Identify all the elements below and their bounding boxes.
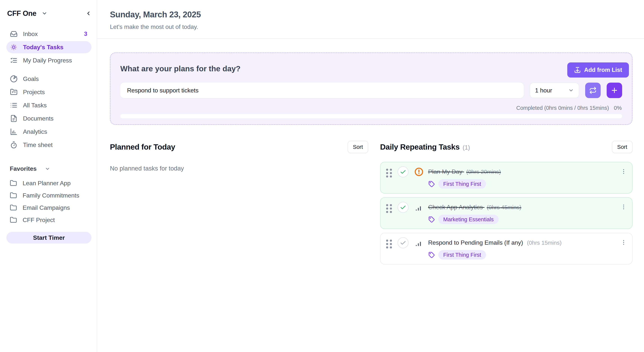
task-title: Plan My Day [428,168,462,175]
sidebar-item-todays-tasks[interactable]: Today's Tasks [6,41,92,53]
check-icon [400,169,406,175]
sidebar-item-time-sheet[interactable]: Time sheet [6,139,92,151]
plus-icon [610,86,618,94]
task-row: Respond to Pending Emails (If any) (0hrs… [380,233,632,264]
task-duration: (0hrs 20mins) [466,169,501,175]
plans-card-title: What are your plans for the day? [120,53,622,73]
folder-icon [10,216,17,224]
daily-repeating-section: Daily Repeating Tasks (1) Sort [380,141,632,264]
chevron-down-icon [568,88,574,93]
repeat-task-button[interactable] [585,83,601,98]
daily-repeating-title-text: Daily Repeating Tasks [380,143,460,151]
signal-bars-icon [414,238,424,248]
favorite-item-label: Family Commitments [22,192,79,199]
sidebar-item-label: Goals [23,76,39,83]
planned-today-section: Planned for Today Sort No planned tasks … [110,141,368,264]
daily-repeating-task-list: Plan My Day (0hrs 20mins) First Thing Fi… [380,162,632,264]
chevron-down-icon[interactable] [45,166,50,171]
favorite-item-label: Lean Planner App [22,180,70,187]
repeat-icon [589,87,597,94]
duration-select[interactable]: 1 hour [530,83,579,98]
page-header: Sunday, March 23, 2025 Let's make the mo… [97,0,644,39]
sidebar-item-inbox[interactable]: Inbox 3 [6,28,92,40]
sidebar-item-label: Analytics [23,128,47,135]
daily-repeating-count: (1) [463,144,470,151]
task-menu-icon[interactable] [620,239,627,246]
task-tag-badge: Marketing Essentials [438,215,499,224]
sidebar-item-label: My Daily Progress [23,57,72,64]
task-menu-icon[interactable] [620,204,627,210]
favorite-item-email-campaigns[interactable]: Email Campaigns [6,202,92,214]
list-checks-icon [10,56,18,64]
duration-value: 1 hour [535,87,552,94]
add-from-list-label: Add from List [584,67,622,73]
favorite-item-cff-project[interactable]: CFF Project [6,214,92,226]
task-row: Plan My Day (0hrs 20mins) First Thing Fi… [380,162,632,194]
check-icon [400,204,406,210]
sidebar-item-analytics[interactable]: Analytics [6,126,92,138]
sun-icon [10,43,18,51]
drag-handle-icon[interactable] [386,169,392,178]
favorite-item-label: CFF Project [22,217,55,224]
page-subtitle: Let's make the most out of today. [110,23,631,30]
task-checkbox[interactable] [398,237,408,248]
sidebar-item-all-tasks[interactable]: All Tasks [6,99,92,111]
sidebar-item-projects[interactable]: Projects [6,86,92,98]
bar-chart-icon [10,128,18,136]
import-list-icon [574,67,581,73]
timer-icon [10,141,18,149]
favorites-list: Lean Planner App Family Commitments Emai… [6,177,92,226]
folder-kanban-icon [10,88,18,96]
favorite-item-lean-planner-app[interactable]: Lean Planner App [6,177,92,189]
task-menu-icon[interactable] [620,168,627,175]
task-tag-badge: First Thing First [438,179,486,189]
task-duration: (0hrs 45mins) [487,204,521,210]
start-timer-button[interactable]: Start Timer [6,232,92,243]
page-title: Sunday, March 23, 2025 [110,10,631,19]
drag-handle-icon[interactable] [386,240,392,248]
inbox-icon [10,30,18,38]
add-task-button[interactable] [607,83,622,98]
chevron-down-icon[interactable] [42,11,47,16]
goal-icon [10,75,18,83]
sidebar-item-documents[interactable]: Documents [6,112,92,125]
sidebar-nav-primary: Inbox 3 Today's Tasks My Daily Progress … [6,28,92,152]
daily-plans-card: What are your plans for the day? Add fro… [110,53,632,125]
workspace-switcher[interactable]: CFF One [6,8,92,19]
daily-repeating-sort-button[interactable]: Sort [612,141,632,153]
task-duration: (0hrs 15mins) [527,240,562,246]
list-icon [10,101,18,109]
tag-icon [428,181,435,187]
task-title: Respond to Pending Emails (If any) [428,239,523,246]
planned-today-sort-button[interactable]: Sort [348,141,368,153]
folder-icon [10,192,17,199]
sidebar-item-label: Time sheet [23,142,52,148]
day-progress-bar [120,114,622,118]
favorites-header[interactable]: Favorites [6,165,92,172]
favorites-label: Favorites [10,165,36,172]
folder-icon [10,204,17,212]
completed-summary: Completed (0hrs 0mins / 0hrs 15mins) [516,105,609,111]
sidebar-item-label: Projects [23,89,45,96]
sidebar-item-label: All Tasks [23,102,47,109]
sidebar-item-label: Inbox [23,31,38,38]
folder-icon [10,180,17,187]
inbox-count-badge: 3 [84,31,87,37]
favorite-item-family-commitments[interactable]: Family Commitments [6,189,92,202]
sidebar-item-my-daily-progress[interactable]: My Daily Progress [6,54,92,66]
tag-icon [428,251,435,258]
sidebar-item-label: Documents [23,115,54,122]
completed-percent: 0% [614,105,622,111]
main-content: Sunday, March 23, 2025 Let's make the mo… [97,0,644,352]
alert-circle-icon [414,167,424,177]
signal-bars-icon [414,202,424,212]
task-checkbox[interactable] [398,166,408,177]
task-title: Check App Analytics [428,204,483,210]
new-task-input[interactable] [120,83,524,98]
add-from-list-button[interactable]: Add from List [567,63,629,78]
task-checkbox[interactable] [398,202,408,213]
sidebar: CFF One Inbox 3 Today's Tasks My Daily P… [0,0,97,352]
collapse-sidebar-icon[interactable] [86,10,92,17]
sidebar-item-goals[interactable]: Goals [6,73,92,85]
drag-handle-icon[interactable] [386,204,392,213]
